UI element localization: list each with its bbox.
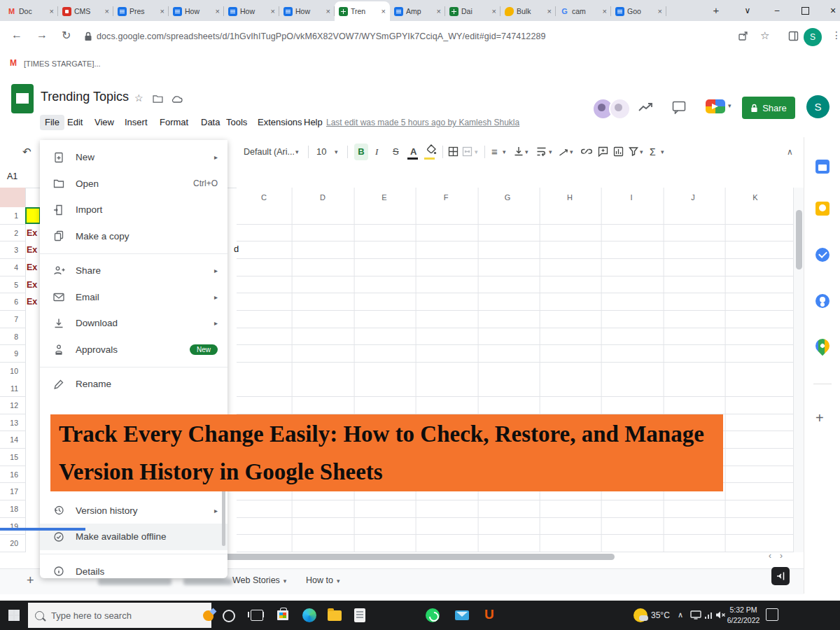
microsoft-store-icon[interactable] — [277, 610, 288, 620]
activity-icon[interactable] — [638, 102, 654, 112]
font-size-caret[interactable]: ▾ — [335, 137, 338, 167]
font-select[interactable]: Default (Ari... — [244, 137, 294, 167]
sheets-logo-icon[interactable] — [11, 84, 34, 113]
share-button[interactable]: Share — [742, 97, 795, 119]
weather-icon[interactable] — [634, 608, 648, 622]
italic-button[interactable]: I — [375, 137, 378, 167]
column-header-H[interactable]: H — [556, 188, 584, 207]
browser-tab[interactable]: Pres × — [113, 1, 169, 21]
functions-caret[interactable]: ▾ — [661, 137, 664, 167]
mail-icon[interactable] — [455, 610, 469, 620]
window-minimize-button[interactable]: – — [763, 0, 791, 21]
menu-item-rename[interactable]: Rename — [40, 371, 227, 398]
menu-help[interactable]: Help — [299, 115, 328, 130]
u-app-icon[interactable]: U — [484, 607, 501, 624]
row-header-10[interactable]: 10 — [0, 363, 18, 380]
window-maximize-button[interactable] — [791, 0, 819, 21]
text-rotation-caret[interactable]: ▾ — [570, 137, 573, 167]
browser-tab[interactable]: How × — [169, 1, 224, 21]
column-header-F[interactable]: F — [432, 188, 460, 207]
tab-close-button[interactable]: × — [437, 7, 441, 15]
column-header-C[interactable]: C — [250, 188, 278, 207]
taskbar-clock[interactable]: 5:32 PM 6/22/2022 — [725, 605, 762, 626]
browser-tab[interactable]: G cam × — [556, 1, 611, 21]
column-header-K[interactable]: K — [741, 188, 769, 207]
edge-icon[interactable] — [302, 608, 316, 622]
tasks-icon[interactable] — [816, 248, 830, 262]
window-close-button[interactable]: × — [819, 0, 840, 21]
collaborator-avatar[interactable] — [609, 98, 631, 120]
action-center-icon[interactable] — [766, 608, 778, 621]
browser-tab[interactable]: M Doc × — [3, 1, 58, 21]
menu-item-open[interactable]: OpenCtrl+O — [40, 171, 227, 197]
menu-item-make-a-copy[interactable]: Make a copy — [40, 223, 227, 250]
horizontal-align-button[interactable]: ≡ — [491, 137, 498, 167]
row-header-4[interactable]: 4 — [0, 259, 18, 276]
star-document-icon[interactable]: ☆ — [134, 92, 144, 104]
sheet-tab-caret[interactable]: ▾ — [337, 578, 340, 584]
tab-close-button[interactable]: × — [603, 7, 607, 15]
start-button[interactable] — [8, 610, 20, 621]
tab-close-button[interactable]: × — [658, 7, 662, 15]
row-header-1[interactable]: 1 — [0, 207, 18, 225]
row-header-8[interactable]: 8 — [0, 328, 18, 346]
row-header-18[interactable]: 18 — [0, 500, 18, 518]
search-highlights-icon[interactable] — [202, 608, 217, 623]
row-header-3[interactable]: 3 — [0, 241, 18, 259]
row-headers[interactable]: 1234567891011121314151617181920 — [0, 207, 26, 552]
url-text[interactable]: docs.google.com/spreadsheets/d/1hGvIhITu… — [97, 31, 546, 41]
cell-a3[interactable]: Ex — [27, 241, 40, 258]
tab-close-button[interactable]: × — [160, 7, 164, 15]
temperature-text[interactable]: 35°C — [651, 610, 670, 620]
cell-a6[interactable]: Ex — [27, 293, 40, 310]
row-header-14[interactable]: 14 — [0, 431, 18, 449]
calendar-icon[interactable] — [816, 160, 830, 174]
cloud-status-icon[interactable] — [171, 94, 183, 103]
task-view-icon[interactable] — [251, 610, 263, 621]
menu-item-details[interactable]: Details — [40, 559, 227, 579]
browser-tab[interactable]: Bulk × — [500, 1, 556, 21]
select-all-corner[interactable] — [0, 188, 26, 208]
sheet-tab-how-to[interactable]: How to▾ — [306, 575, 340, 585]
row-header-15[interactable]: 15 — [0, 449, 18, 466]
browser-tab[interactable]: Amp × — [390, 1, 445, 21]
browser-tab[interactable]: How × — [224, 1, 279, 21]
row-header-16[interactable]: 16 — [0, 466, 18, 484]
column-header-E[interactable]: E — [370, 188, 398, 207]
undo-button[interactable]: ↶ — [22, 137, 31, 167]
browser-tab[interactable]: How × — [279, 1, 335, 21]
sheet-tab-caret[interactable]: ▾ — [284, 578, 287, 584]
browser-tab[interactable]: Tren × — [335, 1, 390, 21]
vertical-scrollbar[interactable] — [793, 188, 804, 552]
font-caret[interactable]: ▾ — [295, 137, 299, 167]
column-header-D[interactable]: D — [309, 188, 337, 207]
forward-button[interactable]: → — [36, 29, 48, 41]
filter-caret[interactable]: ▾ — [640, 137, 643, 167]
network-tray-icon[interactable] — [704, 610, 714, 620]
back-button[interactable]: ← — [11, 29, 22, 41]
share-page-icon[interactable] — [738, 31, 748, 41]
menu-edit[interactable]: Edit — [62, 115, 88, 130]
bold-button[interactable]: B — [354, 144, 368, 160]
menu-item-version-history[interactable]: Version history▸ — [40, 498, 227, 524]
menu-item-share[interactable]: Share▸ — [40, 258, 227, 284]
add-addon-button[interactable]: + — [816, 410, 824, 426]
account-avatar[interactable]: S — [806, 95, 830, 118]
bookmark-star-icon[interactable]: ☆ — [760, 29, 769, 42]
row-header-13[interactable]: 13 — [0, 414, 18, 432]
row-header-12[interactable]: 12 — [0, 397, 18, 414]
tab-close-button[interactable]: × — [382, 7, 386, 15]
menu-item-email[interactable]: Email▸ — [40, 284, 227, 311]
tray-expand-chevron[interactable]: ∧ — [678, 610, 683, 620]
comment-icon[interactable] — [672, 101, 686, 114]
reload-button[interactable]: ↻ — [62, 29, 71, 42]
menu-format[interactable]: Format — [155, 115, 193, 130]
cell-a5[interactable]: Ex — [27, 276, 40, 293]
column-header-J[interactable]: J — [679, 188, 707, 207]
maps-icon[interactable] — [813, 336, 832, 356]
name-box[interactable]: A1 — [7, 172, 18, 181]
browser-menu-icon[interactable]: ⋮ — [832, 29, 840, 41]
volume-mute-tray-icon[interactable] — [715, 610, 726, 620]
meet-dropdown-caret[interactable]: ▾ — [728, 102, 732, 109]
menu-file[interactable]: File — [40, 115, 64, 130]
